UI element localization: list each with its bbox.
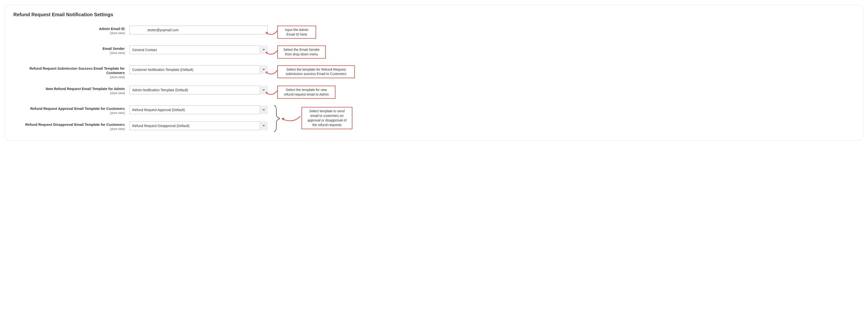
row-new-request-admin-tpl: New Refund Request Email Template for Ad… [13,86,855,99]
row-submission-success-tpl: Refund Request Submission Success Email … [13,65,855,79]
label-col: Admin Email ID [store view] [13,26,130,35]
admin-email-label: Admin Email ID [99,27,125,31]
scope-label: [store view] [13,111,125,115]
annotation-col: Select the template for Refund Request s… [268,65,855,78]
admin-email-input[interactable] [130,26,268,34]
new-request-admin-tpl-label: New Refund Request Email Template for Ad… [46,87,125,91]
select-wrap: Refund Request Disapproval (Default) [130,122,268,130]
disapproval-tpl-label: Refund Request Disapproval Email Templat… [25,123,125,127]
submission-success-tpl-select[interactable]: Customer Notification Template (Default) [130,65,268,74]
scope-label: [store view] [13,51,125,55]
field-col: Admin Notification Template (Default) [130,86,268,94]
annotation-col: Input the Admin Email ID here [268,26,855,39]
annotation-submission-success-tpl: Select the template for Refund Request s… [277,65,355,78]
row-disapproval-tpl: Refund Request Disapproval Email Templat… [13,122,855,131]
row-email-sender: Email Sender [store view] General Contac… [13,45,855,59]
label-col: Email Sender [store view] [13,45,130,55]
annotation-new-request-admin-tpl: Select the template for new refund reque… [277,86,335,99]
approval-tpl-select[interactable]: Refund Request Approval (Default) [130,105,268,114]
settings-card: Refund Request Email Notification Settin… [5,5,863,140]
select-wrap: Refund Request Approval (Default) [130,105,268,114]
annotation-col: Select the template for new refund reque… [268,86,855,99]
label-col: Refund Request Submission Success Email … [13,65,130,79]
field-col: Refund Request Approval (Default) [130,105,268,114]
select-wrap: Admin Notification Template (Default) [130,86,268,94]
field-col [130,26,268,34]
submission-success-tpl-label: Refund Request Submission Success Email … [30,67,125,75]
field-col: General Contact [130,45,268,54]
email-sender-select[interactable]: General Contact [130,45,268,54]
scope-label: [store view] [13,75,125,79]
select-wrap: Customer Notification Template (Default) [130,65,268,74]
field-col: Customer Notification Template (Default) [130,65,268,74]
approval-tpl-label: Refund Request Approval Email Template f… [30,107,125,110]
approval-disapproval-group: Refund Request Approval Email Template f… [13,105,855,131]
disapproval-tpl-select[interactable]: Refund Request Disapproval (Default) [130,122,268,130]
select-wrap: General Contact [130,45,268,54]
row-admin-email: Admin Email ID [store view] Input the Ad… [13,26,855,39]
label-col: Refund Request Approval Email Template f… [13,105,130,115]
section-title: Refund Request Email Notification Settin… [13,12,855,18]
scope-label: [store view] [13,127,125,131]
annotation-admin-email: Input the Admin Email ID here [277,26,316,39]
annotation-email-sender: Select the Email Sender from drop down m… [277,45,326,59]
field-col: Refund Request Disapproval (Default) [130,122,268,130]
label-col: Refund Request Disapproval Email Templat… [13,122,130,131]
email-sender-label: Email Sender [102,47,125,51]
row-approval-tpl: Refund Request Approval Email Template f… [13,105,855,115]
scope-label: [store view] [13,92,125,95]
annotation-col: Select the Email Sender from drop down m… [268,45,855,59]
label-col: New Refund Request Email Template for Ad… [13,86,130,95]
scope-label: [store view] [13,31,125,35]
new-request-admin-tpl-select[interactable]: Admin Notification Template (Default) [130,86,268,94]
